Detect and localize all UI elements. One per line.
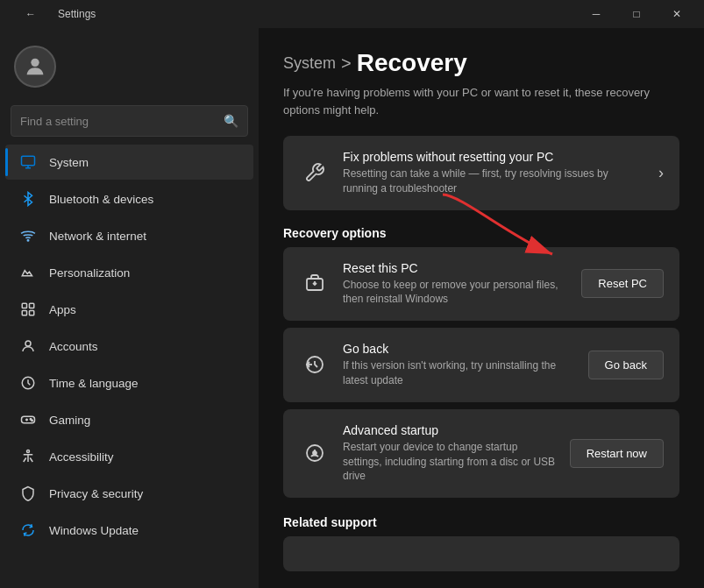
time-icon (19, 374, 37, 392)
advanced-startup-icon (299, 437, 331, 469)
reset-pc-icon (299, 268, 331, 300)
sidebar-label-time: Time & language (49, 377, 139, 390)
fix-problems-desc: Resetting can take a while — first, try … (343, 166, 646, 196)
search-icon: 🔍 (224, 114, 238, 128)
svg-point-17 (313, 451, 316, 455)
go-back-text: Go back If this version isn't working, t… (343, 342, 576, 388)
sidebar-item-accounts[interactable]: Accounts (5, 329, 253, 364)
content-area: System > Recovery If you're having probl… (259, 28, 704, 588)
sidebar: 🔍 System Bluetooth & devices (0, 28, 259, 588)
svg-rect-1 (22, 156, 35, 166)
reset-pc-button[interactable]: Reset PC (581, 269, 664, 298)
page-subtitle: If you're having problems with your PC o… (283, 84, 679, 118)
privacy-icon (19, 485, 37, 502)
reset-pc-title: Reset this PC (343, 261, 569, 275)
fix-problems-text: Fix problems without resetting your PC R… (343, 150, 646, 196)
svg-rect-6 (30, 311, 34, 315)
close-button[interactable]: ✕ (657, 0, 697, 28)
related-support-card (283, 536, 679, 571)
svg-rect-5 (22, 311, 26, 315)
sidebar-label-gaming: Gaming (49, 414, 90, 427)
related-support-title: Related support (283, 515, 679, 529)
breadcrumb: System > Recovery (283, 49, 679, 77)
sidebar-label-accessibility: Accessibility (49, 450, 114, 464)
bluetooth-icon (19, 190, 37, 208)
advanced-startup-card: Advanced startup Restart your device to … (283, 409, 679, 498)
sidebar-label-windows-update: Windows Update (49, 524, 139, 537)
avatar (14, 46, 56, 88)
network-icon (19, 227, 37, 244)
sidebar-item-system[interactable]: System (5, 145, 253, 180)
search-box[interactable]: 🔍 (11, 105, 248, 137)
titlebar: ← Settings ─ □ ✕ (0, 0, 704, 28)
sidebar-label-network: Network & internet (49, 230, 146, 243)
svg-point-2 (27, 240, 29, 242)
sidebar-item-gaming[interactable]: Gaming (5, 402, 253, 437)
windows-update-icon (19, 521, 37, 539)
svg-rect-3 (22, 303, 26, 308)
advanced-startup-desc: Restart your device to change startup se… (343, 440, 558, 484)
sidebar-label-personalization: Personalization (49, 266, 130, 280)
breadcrumb-separator: > (341, 53, 352, 74)
reset-pc-text: Reset this PC Choose to keep or remove y… (343, 261, 569, 308)
recovery-options-title: Recovery options (283, 226, 679, 240)
sidebar-item-accessibility[interactable]: Accessibility (5, 439, 253, 474)
fix-problems-card: Fix problems without resetting your PC R… (283, 136, 679, 210)
sidebar-label-accounts: Accounts (49, 340, 98, 353)
go-back-button[interactable]: Go back (588, 351, 664, 379)
sidebar-item-time[interactable]: Time & language (5, 365, 253, 400)
sidebar-item-apps[interactable]: Apps (5, 292, 253, 327)
reset-pc-desc: Choose to keep or remove your personal f… (343, 278, 569, 308)
apps-icon (19, 301, 37, 318)
restart-now-button[interactable]: Restart now (570, 439, 664, 468)
svg-point-12 (27, 450, 30, 453)
sidebar-label-privacy: Privacy & security (49, 487, 143, 500)
svg-point-11 (32, 420, 33, 422)
accounts-icon (19, 337, 37, 355)
gaming-icon (19, 411, 37, 429)
sidebar-item-personalization[interactable]: Personalization (5, 255, 253, 290)
accessibility-icon (19, 448, 37, 465)
reset-pc-card: Reset this PC Choose to keep or remove y… (283, 247, 679, 322)
sidebar-item-privacy[interactable]: Privacy & security (5, 476, 253, 511)
titlebar-controls: ─ □ ✕ (576, 0, 697, 28)
back-button[interactable]: ← (11, 0, 51, 28)
sidebar-label-system: System (49, 156, 89, 169)
fix-problems-title: Fix problems without resetting your PC (343, 150, 646, 164)
search-input[interactable] (20, 115, 224, 128)
system-icon (19, 153, 37, 171)
svg-point-0 (31, 59, 39, 67)
titlebar-left: ← Settings (11, 0, 96, 28)
fix-problems-chevron[interactable]: › (658, 164, 664, 182)
sidebar-label-apps: Apps (49, 303, 76, 316)
sidebar-item-bluetooth[interactable]: Bluetooth & devices (5, 181, 253, 216)
go-back-card: Go back If this version isn't working, t… (283, 328, 679, 402)
app-body: 🔍 System Bluetooth & devices (0, 28, 704, 588)
go-back-icon (299, 349, 331, 380)
page-title: Recovery (357, 49, 467, 77)
advanced-startup-title: Advanced startup (343, 423, 558, 437)
svg-point-7 (25, 341, 31, 346)
sidebar-item-windows-update[interactable]: Windows Update (5, 513, 253, 548)
fix-problems-icon (299, 157, 331, 188)
go-back-title: Go back (343, 342, 576, 356)
minimize-button[interactable]: ─ (576, 0, 616, 28)
user-section (0, 35, 259, 102)
breadcrumb-parent: System (283, 54, 336, 73)
reset-pc-wrapper: Reset this PC Choose to keep or remove y… (283, 247, 679, 322)
svg-rect-4 (30, 303, 34, 308)
maximize-button[interactable]: □ (616, 0, 657, 28)
go-back-desc: If this version isn't working, try unins… (343, 358, 576, 388)
personalization-icon (19, 264, 37, 281)
sidebar-item-network[interactable]: Network & internet (5, 218, 253, 253)
advanced-startup-text: Advanced startup Restart your device to … (343, 423, 558, 484)
titlebar-title: Settings (58, 8, 96, 20)
sidebar-label-bluetooth: Bluetooth & devices (49, 193, 153, 206)
